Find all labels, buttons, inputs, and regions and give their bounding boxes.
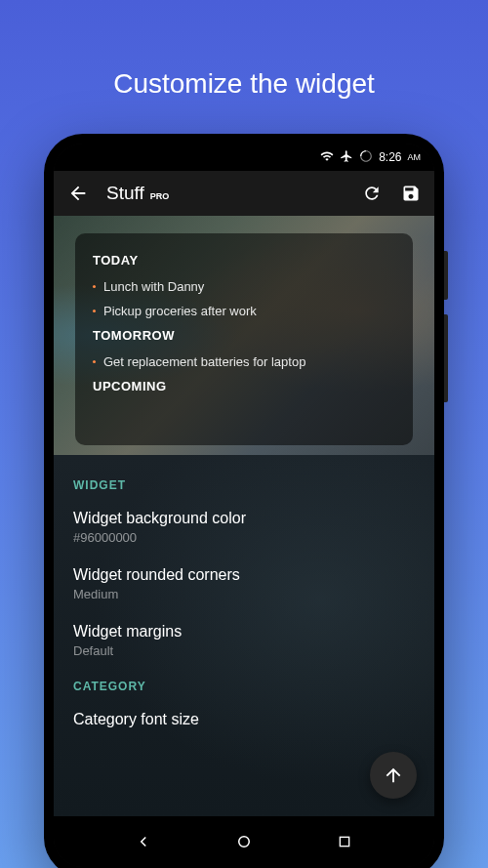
loading-icon	[359, 149, 373, 166]
power-button	[444, 251, 448, 300]
nav-bar	[54, 816, 434, 867]
status-time: 8:26	[379, 150, 401, 164]
setting-title: Widget background color	[73, 510, 415, 527]
setting-margins[interactable]: Widget margins Default	[73, 623, 415, 658]
widget-section-upcoming: UPCOMING	[93, 379, 395, 393]
svg-point-0	[239, 837, 250, 847]
widget-preview: TODAY Lunch with Danny Pickup groceries …	[54, 216, 434, 455]
svg-rect-1	[341, 837, 349, 846]
setting-bg-color[interactable]: Widget background color #96000000	[73, 510, 415, 545]
widget-item-text: Pickup groceries after work	[103, 304, 257, 318]
nav-home-button[interactable]	[232, 830, 256, 853]
section-header-category: CATEGORY	[73, 680, 415, 693]
status-time-period: AM	[408, 152, 422, 162]
section-header-widget: WIDGET	[73, 478, 415, 492]
scroll-top-fab[interactable]	[370, 752, 417, 799]
back-button[interactable]	[67, 183, 89, 204]
app-title: Stuff PRO	[106, 183, 345, 204]
nav-recent-button[interactable]	[333, 830, 356, 853]
hero-title: Customize the widget	[113, 68, 375, 100]
wifi-icon	[320, 149, 334, 166]
phone-frame: 8:26 AM Stuff PRO TODAY	[44, 134, 444, 868]
widget-item: Lunch with Danny	[93, 275, 395, 300]
widget-item: Get replacement batteries for laptop	[93, 351, 395, 375]
save-button[interactable]	[401, 184, 421, 203]
phone-screen: 8:26 AM Stuff PRO TODAY	[54, 144, 434, 867]
setting-value: #96000000	[73, 530, 415, 545]
pro-badge: PRO	[150, 191, 170, 201]
setting-title: Category font size	[73, 711, 415, 728]
widget-item-text: Lunch with Danny	[103, 279, 204, 294]
airplane-icon	[340, 149, 353, 166]
nav-back-button[interactable]	[132, 830, 155, 853]
settings-panel: WIDGET Widget background color #96000000…	[54, 455, 434, 816]
setting-value: Medium	[73, 587, 415, 601]
setting-title: Widget margins	[73, 623, 415, 641]
volume-button	[444, 314, 448, 402]
setting-value: Default	[73, 643, 415, 658]
app-bar: Stuff PRO	[54, 171, 434, 216]
widget-card: TODAY Lunch with Danny Pickup groceries …	[75, 233, 413, 445]
setting-rounded-corners[interactable]: Widget rounded corners Medium	[73, 566, 415, 601]
app-title-text: Stuff	[106, 183, 144, 204]
setting-title: Widget rounded corners	[73, 566, 415, 584]
widget-item: Pickup groceries after work	[93, 300, 395, 324]
widget-item-text: Get replacement batteries for laptop	[103, 354, 305, 369]
setting-font-size[interactable]: Category font size	[73, 711, 415, 728]
widget-section-today: TODAY	[93, 253, 395, 268]
phone-notch	[185, 144, 303, 163]
widget-section-tomorrow: TOMORROW	[93, 328, 395, 343]
refresh-button[interactable]	[362, 184, 382, 203]
